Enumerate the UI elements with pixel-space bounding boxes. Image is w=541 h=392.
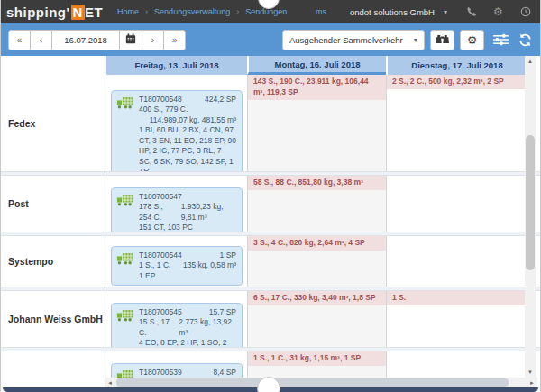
friday-cell[interactable]: T180700539 8,4 SP 5 S., 8 C. 1.745 kg, 1… [105,351,247,378]
scroll-down-icon[interactable]: ▼ [525,367,536,378]
traffic-type-value: Ausgehender Sammelverkehr [289,35,403,45]
day-summary: 3 S., 4 C., 820 kg, 2,64 m³, 4 SP [248,236,386,251]
refresh-icon[interactable] [517,32,533,48]
shipment-counts: 1 S., 1 C. [139,260,170,270]
scroll-left-icon[interactable]: ◄ [105,380,115,386]
tuesday-cell[interactable]: 1 S. [386,291,527,347]
monday-cell[interactable]: 143 S., 190 C., 23.911 kg, 106,44 m³, 11… [247,75,386,171]
truck-icon [116,194,133,209]
shipment-id: T180700548 [139,95,182,105]
friday-cell[interactable]: T180700545 15,7 SP 15 S., 17 C. 2.773 kg… [105,291,247,347]
shipment-measures: 2.773 kg, 13,92 m³ [179,317,236,338]
navbar-icons: ⚙ [465,6,533,18]
day-summary: 1 S. [387,291,526,305]
shipment-sp: 8,4 SP [213,368,236,378]
breadcrumb: Home › Sendungsverwaltung › Sendungen [117,7,287,16]
previous-day-button[interactable]: ‹ [30,30,52,50]
scroll-up-icon[interactable]: ▲ [525,56,536,67]
column-header-tuesday[interactable]: Dienstag, 17. Juli 2018 [386,56,527,75]
last-page-button[interactable]: » [163,30,186,50]
tuesday-cell[interactable]: 2 S., 2 C., 500 kg, 2,32 m³, 2 SP [386,75,527,171]
tuesday-cell[interactable] [386,351,527,378]
shipment-card[interactable]: T180700539 8,4 SP 5 S., 8 C. 1.745 kg, 1… [111,363,243,378]
vertical-scrollbar[interactable]: ▲ ▼ [525,56,536,378]
monday-cell[interactable]: 6 S., 17 C., 330 kg, 3,40 m³, 1,8 SP [247,291,386,347]
gear-icon[interactable]: ⚙ [492,6,504,18]
day-summary: 6 S., 17 C., 330 kg, 3,40 m³, 1,8 SP [248,291,386,305]
clock-icon[interactable] [519,6,531,18]
shipment-id: T180700545 [139,307,182,317]
breadcrumb-home[interactable]: Home [117,7,139,16]
shipment-card[interactable]: T180700547 178 S., 254 C. 1.930,23 kg, 9… [111,187,243,232]
tuesday-cell[interactable] [386,236,527,287]
carrier-name-cell: Fedex [1,75,105,171]
binoculars-icon [436,33,449,47]
monday-cell[interactable]: 3 S., 4 C., 820 kg, 2,64 m³, 4 SP [247,236,386,287]
shipment-id: T180700539 [139,368,182,378]
breadcrumb-sendungsverwaltung[interactable]: Sendungsverwaltung [154,7,230,16]
shipment-card[interactable]: T180700544 1 SP 1 S., 1 C. 135 kg, 0,58 … [111,246,243,286]
toolbar-right: Ausgehender Sammelverkehr ▾ ⚙ [282,30,533,50]
calendar-button[interactable] [119,30,142,50]
truck-icon [116,309,133,324]
truck-icon [116,252,133,268]
chevron-down-icon: ▾ [414,36,417,44]
date-input[interactable] [51,30,120,50]
shipment-card[interactable]: T180700545 15,7 SP 15 S., 17 C. 2.773 kg… [111,303,243,347]
phone-icon[interactable] [465,6,477,18]
breadcrumb-separator-icon: › [236,7,239,16]
table-row: Systempo T180700544 1 SP 1 S., 1 C. 135 … [1,236,540,287]
logo-text: shipping [6,5,67,20]
app-logo: shipping'net [6,5,103,20]
day-summary: 143 S., 190 C., 23.911 kg, 106,44 m³, 11… [248,75,386,100]
friday-cell[interactable]: T180700547 178 S., 254 C. 1.930,23 kg, 9… [105,176,247,232]
carrier-name: Post [8,198,29,209]
search-button[interactable] [430,30,454,50]
user-badge[interactable]: ms [316,7,326,16]
carrier-name: Johann Weiss GmbH [8,314,103,324]
column-header-monday-selected[interactable]: Montag, 16. Juli 2018 [247,56,386,75]
next-day-button[interactable]: › [142,30,164,50]
carrier-name-cell: Johann Weiss GmbH [1,291,105,347]
calendar-body: Fedex T180700548 424,2 SP 400 S., 779 C.… [1,75,540,378]
company-name: ondot solutions GmbH [350,7,435,17]
vertical-scroll-thumb[interactable] [526,135,535,270]
friday-cell[interactable]: T180700548 424,2 SP 400 S., 779 C. 114.9… [105,75,247,171]
day-summary: 1 S., 1 C., 31 kg, 1,15 m³, 1 SP [248,351,386,366]
gear-icon: ⚙ [467,34,478,46]
breadcrumb-separator-icon: › [145,7,148,16]
traffic-type-select[interactable]: Ausgehender Sammelverkehr ▾ [282,30,425,50]
filter-sliders-icon[interactable] [492,32,509,48]
corner-header-cell [1,56,105,75]
calendar-icon [125,33,136,46]
shipment-packages: 1 BI, 60 BU, 2 BX, 4 CN, 97 CT, 3 EN, 11… [139,125,236,171]
toolbar: « ‹ › » Ausgehender Sammelverkehr ▾ [1,23,540,56]
shipment-sp: 424,2 SP [205,95,236,105]
table-row: T180700539 8,4 SP 5 S., 8 C. 1.745 kg, 1… [1,351,540,378]
friday-cell[interactable]: T180700544 1 SP 1 S., 1 C. 135 kg, 0,58 … [105,236,247,287]
truck-icon [116,369,133,378]
day-summary: 2 S., 2 C., 500 kg, 2,32 m³, 2 SP [387,75,526,89]
first-page-button[interactable]: « [8,30,31,50]
monday-cell[interactable]: 58 S., 88 C., 851,80 kg, 3,38 m³ [247,176,386,232]
company-dropdown[interactable]: ondot solutions GmbH ▾ [350,7,447,17]
truck-icon [116,96,133,112]
monday-cell[interactable]: 1 S., 1 C., 31 kg, 1,15 m³, 1 SP [247,351,386,378]
app-window: shipping'net Home › Sendungsverwaltung ›… [0,0,541,392]
column-header-friday[interactable]: Freitag, 13. Juli 2018 [105,56,247,75]
shipment-id: T180700544 [139,251,182,260]
table-row: Post T180700547 178 S., 254 C. 1.930,23 … [1,176,540,232]
horizontal-scroll-thumb[interactable] [116,378,509,387]
shipment-packages: 4 EO, 8 EP, 2 HP, 1 SO, 2 SP [139,338,236,347]
shipment-measures: 135 kg, 0,58 m³ [183,260,236,270]
settings-button[interactable]: ⚙ [460,30,484,50]
scroll-right-icon[interactable]: ► [527,380,537,386]
horizontal-scrollbar[interactable]: ◄ ► [105,378,537,387]
shipment-counts: 15 S., 17 C. [139,317,175,338]
shipment-packages: 1 EP [139,271,236,281]
tuesday-cell[interactable] [386,176,527,232]
shipment-card[interactable]: T180700548 424,2 SP 400 S., 779 C. 114.9… [111,90,243,171]
shipment-measures: 114.989,07 kg, 481,55 m³ [139,115,236,125]
table-row: Johann Weiss GmbH T180700545 15,7 SP 15 … [1,291,540,347]
date-pager: « ‹ › » [8,30,186,50]
